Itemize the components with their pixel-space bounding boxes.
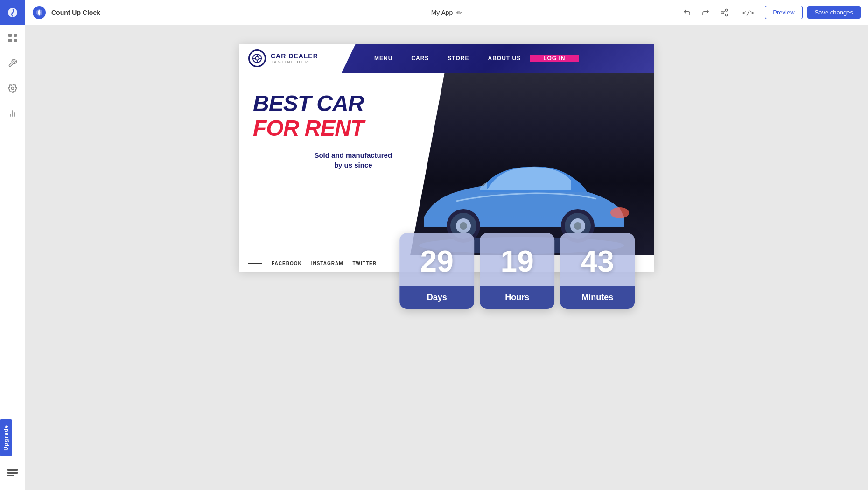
- social-instagram[interactable]: INSTAGRAM: [311, 261, 343, 266]
- nav-item-menu[interactable]: MENU: [365, 44, 402, 73]
- sidebar-item-analytics[interactable]: [0, 101, 25, 126]
- clock-minutes-label: Minutes: [560, 286, 635, 309]
- redo-button[interactable]: [699, 6, 713, 20]
- clock-overlay: 29 Days 19 Hours 43 Minutes: [399, 233, 635, 309]
- hero-title-main: BEST CAR: [253, 91, 454, 116]
- edit-pencil-icon[interactable]: ✏: [456, 9, 462, 16]
- sidebar-logo: [0, 0, 25, 25]
- svg-rect-2: [14, 34, 17, 37]
- site-hero: BEST CAR FOR RENT Sold and manufactured …: [239, 73, 654, 255]
- svg-rect-3: [8, 39, 12, 42]
- nav-login-button[interactable]: LOG IN: [530, 55, 578, 62]
- svg-line-18: [723, 10, 726, 12]
- undo-button[interactable]: [680, 6, 694, 20]
- site-logo-icon: [248, 49, 266, 67]
- site-tagline: TAGLINE HERE: [271, 60, 318, 64]
- nav-item-cars[interactable]: CARS: [402, 44, 438, 73]
- nav-item-store[interactable]: STORE: [438, 44, 478, 73]
- social-twitter[interactable]: TWITTER: [352, 261, 376, 266]
- hero-image: [405, 73, 654, 255]
- svg-point-29: [460, 222, 467, 230]
- save-button[interactable]: Save changes: [807, 6, 861, 19]
- social-line-decoration: [248, 263, 262, 264]
- clock-card-days: 29 Days: [399, 233, 474, 309]
- app-name-label: My App: [431, 9, 453, 16]
- code-button[interactable]: </>: [741, 6, 755, 20]
- topbar-right: </> Preview Save changes: [680, 6, 861, 20]
- clock-hours-label: Hours: [480, 286, 554, 309]
- svg-point-14: [726, 9, 728, 11]
- svg-point-20: [255, 56, 259, 60]
- svg-point-5: [11, 87, 14, 90]
- svg-point-15: [721, 11, 724, 14]
- hero-description: Sold and manufactured by us since: [253, 150, 454, 170]
- nav-item-about[interactable]: ABOUT US: [478, 44, 530, 73]
- svg-rect-1: [8, 34, 12, 37]
- social-facebook[interactable]: FACEBOOK: [272, 261, 302, 266]
- svg-point-33: [574, 222, 581, 230]
- svg-rect-9: [7, 469, 18, 471]
- canvas-area: CAR DEALER TAGLINE HERE MENU CARS STORE …: [25, 25, 868, 490]
- upgrade-button[interactable]: Upgrade: [0, 419, 12, 456]
- svg-rect-10: [7, 472, 18, 474]
- main-content: Count Up Clock My App ✏: [25, 0, 868, 490]
- site-logo-text: CAR DEALER TAGLINE HERE: [271, 52, 318, 64]
- sidebar-extra-icon[interactable]: [0, 460, 25, 485]
- topbar-divider-2: [760, 7, 760, 18]
- site-brand: CAR DEALER: [271, 52, 318, 60]
- topbar-center: My App ✏: [431, 9, 462, 16]
- svg-point-16: [726, 14, 728, 16]
- clock-days-label: Days: [399, 286, 474, 309]
- svg-line-17: [723, 13, 726, 14]
- share-button[interactable]: [717, 6, 731, 20]
- site-nav: CAR DEALER TAGLINE HERE MENU CARS STORE …: [239, 44, 654, 73]
- sidebar-item-grid[interactable]: [0, 25, 25, 50]
- sidebar-item-tools[interactable]: [0, 50, 25, 76]
- clock-card-minutes: 43 Minutes: [560, 233, 635, 309]
- hero-title-sub: FOR RENT: [253, 116, 454, 141]
- clock-hours-value: 19: [480, 233, 554, 286]
- site-logo-area: CAR DEALER TAGLINE HERE: [239, 44, 342, 73]
- website-preview: CAR DEALER TAGLINE HERE MENU CARS STORE …: [239, 44, 654, 272]
- site-nav-menu: MENU CARS STORE ABOUT US LOG IN: [342, 44, 654, 73]
- preview-button[interactable]: Preview: [765, 6, 802, 19]
- clock-days-value: 29: [399, 233, 474, 286]
- sidebar: Upgrade: [0, 0, 25, 490]
- topbar-logo: [33, 6, 46, 19]
- svg-rect-11: [7, 475, 14, 476]
- svg-rect-4: [14, 39, 17, 42]
- clock-card-hours: 19 Hours: [480, 233, 554, 309]
- topbar-divider: [736, 7, 736, 18]
- sidebar-item-settings[interactable]: [0, 76, 25, 101]
- svg-point-13: [38, 11, 41, 14]
- clock-minutes-value: 43: [560, 233, 635, 286]
- topbar: Count Up Clock My App ✏: [25, 0, 868, 25]
- upgrade-section: Upgrade: [0, 419, 25, 485]
- svg-point-34: [610, 207, 629, 218]
- topbar-app-title: Count Up Clock: [51, 9, 100, 16]
